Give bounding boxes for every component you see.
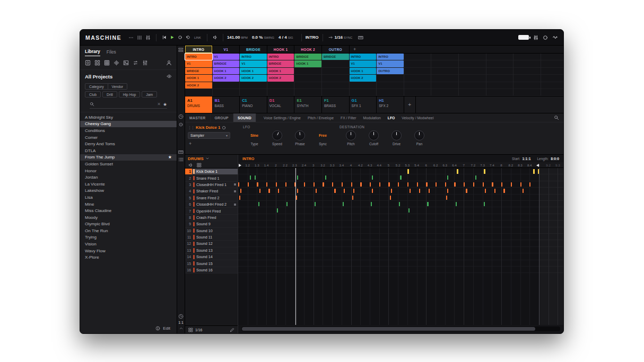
note-event[interactable] (399, 202, 400, 206)
project-row[interactable]: DTLA (80, 147, 177, 154)
note-event[interactable] (379, 182, 380, 187)
note-event[interactable] (325, 175, 326, 180)
clip-cell-A1-intro[interactable]: INTRO (185, 54, 212, 60)
pattern-end-marker-icon[interactable] (536, 164, 539, 167)
clip-cell-C1-hook-1[interactable]: HOOK 1 (240, 68, 267, 74)
project-row[interactable]: Comer (80, 134, 177, 141)
clip-cell-D1-bridge[interactable]: BRIDGE (267, 60, 294, 67)
project-row[interactable]: Golden Sunset (80, 161, 177, 167)
playhead[interactable] (295, 168, 296, 325)
clip-cell-H1-outro[interactable]: OUTRO (377, 68, 404, 74)
group-C1[interactable]: C1PIANO (240, 96, 267, 113)
prop-tab-velocity-modwheel[interactable]: Velocity / Modwheel (402, 116, 433, 120)
clip-cell-C1-hook-2[interactable]: HOOK 2 (240, 75, 267, 81)
grid-icon[interactable] (104, 60, 110, 66)
note-event[interactable] (426, 182, 427, 187)
section-tab-hook-1[interactable]: HOOK 1 (267, 46, 295, 53)
image-icon[interactable] (123, 60, 129, 66)
pattern-end-line[interactable] (539, 168, 539, 325)
clip-cell-B1-hook-1[interactable]: HOOK 1 (213, 68, 240, 74)
sound-row-12[interactable]: 12Sound 12 (185, 241, 238, 247)
param-speed[interactable]: Speed (266, 129, 289, 146)
group-name-label[interactable]: DRUMS (188, 156, 204, 161)
note-event[interactable] (466, 189, 467, 193)
knob-phase[interactable] (295, 130, 305, 140)
note-event[interactable] (352, 196, 353, 200)
clip-cell-G1-hook-2[interactable]: HOOK 2 (350, 75, 377, 81)
note-event[interactable] (494, 189, 495, 193)
note-event[interactable] (353, 189, 354, 193)
note-event[interactable] (314, 182, 315, 187)
note-event[interactable] (259, 189, 260, 193)
knob-speed[interactable] (272, 130, 282, 140)
length-value[interactable]: 8:0:0 (551, 157, 559, 161)
note-event[interactable] (316, 189, 317, 193)
note-event[interactable] (295, 196, 297, 200)
note-event[interactable] (492, 182, 493, 187)
note-event[interactable] (407, 169, 409, 174)
project-row[interactable]: Conditions (80, 127, 177, 134)
note-event[interactable] (454, 182, 455, 187)
project-row[interactable]: From The Jump★ (80, 154, 177, 161)
follow-toggle-icon[interactable] (179, 326, 184, 331)
note-event[interactable] (342, 182, 343, 187)
note-event[interactable] (429, 189, 430, 193)
group-E1[interactable]: E1SYNTH (294, 96, 322, 113)
project-row[interactable]: Lisa (80, 194, 177, 201)
prop-tab-pitch-envelope[interactable]: Pitch / Envelope (308, 116, 334, 120)
user-icon[interactable] (166, 60, 172, 66)
section-tab-hook-2[interactable]: HOOK 2 (294, 46, 322, 53)
section-tab-intro[interactable]: INTRO (185, 46, 213, 53)
pad-grid-icon[interactable] (197, 163, 202, 167)
more-options-icon[interactable] (128, 35, 134, 40)
note-event[interactable] (529, 182, 530, 187)
bpm-value[interactable]: 141.00 (227, 35, 240, 40)
clip-cell-H1-intro[interactable]: INTRO (377, 54, 404, 60)
project-row[interactable]: Vision (80, 241, 177, 248)
note-event[interactable] (503, 189, 504, 193)
all-projects-header[interactable]: All Projects (85, 74, 112, 80)
note-event[interactable] (286, 202, 288, 206)
pattern-clip-grid[interactable]: INTROV1BRIDGEHOOK 1HOOK 2V1BRIDGEHOOK 1H… (185, 54, 563, 96)
prop-tab-voice-settings-engine[interactable]: Voice Settings / Engine (264, 116, 301, 120)
chevron-down-icon[interactable] (205, 156, 210, 161)
note-event[interactable] (410, 189, 411, 193)
note-event[interactable] (297, 189, 298, 193)
note-event[interactable] (257, 182, 258, 187)
note-event[interactable] (372, 175, 373, 180)
note-event[interactable] (457, 169, 458, 174)
note-event[interactable] (315, 202, 316, 206)
clip-cell-G1-v1[interactable]: V1 (350, 60, 377, 67)
clip-cell-A1-bridge[interactable]: BRIDGE (185, 68, 212, 74)
sound-row-2[interactable]: 2Snare Fired 1 (185, 175, 238, 181)
sound-row-14[interactable]: 14Sound 14 (185, 254, 238, 260)
note-event[interactable] (445, 182, 446, 187)
level-tab-master[interactable]: MASTER (185, 113, 211, 122)
sound-row-7[interactable]: 7OpenHH Fired (185, 208, 238, 214)
signature-value[interactable]: 4 / 4 (279, 35, 287, 40)
note-event[interactable] (473, 182, 474, 187)
prop-tab-fx-filter[interactable]: FX / Filter (341, 116, 356, 120)
sound-row-15[interactable]: 15Sound 15 (185, 260, 238, 267)
sound-row-13[interactable]: 13Sound 13 (185, 248, 238, 254)
tag-club[interactable]: Club (85, 91, 101, 98)
note-event[interactable] (277, 208, 278, 213)
note-event[interactable] (484, 169, 485, 174)
timeline-ruler[interactable]: 1.21.31.422.22.32.433.23.33.444.24.34.45… (238, 162, 563, 168)
note-event[interactable] (344, 189, 345, 193)
level-tab-sound[interactable]: SOUND (233, 113, 256, 122)
project-row[interactable]: Jordan (80, 174, 177, 181)
clip-cell-F1-bridge[interactable]: BRIDGE (322, 54, 349, 60)
clip-cell-D1-hook-1[interactable]: HOOK 1 (267, 68, 294, 74)
step-grid-value[interactable]: 1/16 (335, 35, 343, 40)
note-event[interactable] (456, 202, 457, 206)
knob-pitch[interactable] (346, 130, 356, 140)
project-row[interactable]: Trying (80, 234, 177, 241)
restart-transport-icon[interactable] (162, 35, 167, 40)
project-row[interactable]: Derry And Toms (80, 140, 177, 147)
pattern-name-label[interactable]: INTRO (242, 156, 254, 161)
play-icon[interactable] (170, 35, 175, 40)
note-event[interactable] (343, 202, 344, 206)
tag-drill[interactable]: Drill (102, 91, 117, 98)
add-plugin-button[interactable]: + (188, 141, 240, 146)
